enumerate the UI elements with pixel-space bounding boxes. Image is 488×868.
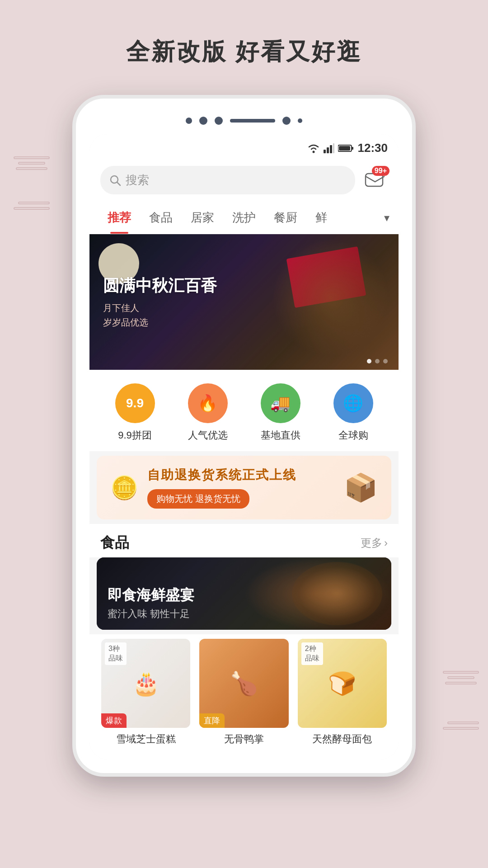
more-label: 更多 (361, 536, 382, 550)
product-grid: 🎂 3种品味 爆款 雪域芝士蛋糕 🍗 直降 (89, 634, 399, 760)
search-icon (109, 175, 121, 186)
product-image-1: 🎂 3种品味 爆款 (101, 639, 190, 728)
product-card-3[interactable]: 🍞 2种品味 天然酵母面包 (293, 634, 391, 750)
message-badge-button[interactable]: 99+ (362, 168, 388, 193)
fire-icon: 🔥 (197, 394, 218, 413)
signal-icon (324, 143, 334, 153)
status-icons: 12:30 (307, 141, 388, 155)
product-name-3: 天然酵母面包 (298, 732, 387, 746)
pingtuan-label: 9.9 (126, 396, 144, 410)
promo-banner[interactable]: 🪙 自助退换货系统正式上线 购物无忧 退换货无忧 📦 (97, 456, 391, 519)
sensor-dot-5 (298, 118, 302, 123)
feature-popular[interactable]: 🔥 人气优选 (188, 383, 228, 442)
feature-group[interactable]: 9.9 9.9拼团 (115, 383, 155, 442)
phone-sensors (89, 112, 399, 134)
svg-rect-3 (330, 145, 332, 153)
phone-screen: 12:30 搜索 99+ 推荐 食品 (89, 134, 399, 760)
product-tag-1: 3种品味 (105, 642, 127, 665)
promo-title: 自助退换货系统正式上线 (147, 467, 335, 484)
product-name-2: 无骨鸭掌 (199, 732, 288, 746)
nav-tabs: 推荐 食品 居家 洗护 餐厨 鲜 ▾ (89, 202, 399, 234)
food-banner-text: 即食海鲜盛宴 蜜汁入味 韧性十足 (108, 585, 194, 621)
globe-icon: 🌐 (343, 394, 363, 413)
svg-rect-4 (333, 143, 334, 153)
search-box[interactable]: 搜索 (100, 166, 355, 194)
feature-icon-global: 🌐 (333, 383, 373, 423)
product-image-2: 🍗 直降 (199, 639, 288, 728)
product-badge-2: 直降 (199, 713, 225, 728)
status-time: 12:30 (358, 141, 388, 155)
tab-food[interactable]: 食品 (140, 202, 182, 234)
feature-icon-supply: 🚚 (261, 383, 300, 423)
search-bar-container: 搜索 99+ (89, 159, 399, 202)
chevron-down-icon: ▾ (384, 212, 389, 224)
product-image-3: 🍞 2种品味 (298, 639, 387, 728)
sensor-dot-2 (199, 117, 207, 125)
feature-global[interactable]: 🌐 全球购 (333, 383, 373, 442)
indicator-2 (375, 359, 380, 363)
banner-main-text: 圆满中秋汇百香 (103, 274, 217, 297)
food-section-header: 食品 更多 › (89, 524, 399, 557)
food-banner-title: 即食海鲜盛宴 (108, 585, 194, 605)
banner-indicators (367, 359, 388, 363)
svg-line-9 (117, 182, 120, 185)
search-placeholder: 搜索 (126, 172, 149, 188)
product-card-1[interactable]: 🎂 3种品味 爆款 雪域芝士蛋糕 (97, 634, 195, 750)
indicator-1 (367, 359, 371, 363)
sensor-dot-1 (186, 118, 192, 124)
truck-icon: 🚚 (270, 394, 291, 413)
tab-fresh[interactable]: 鲜 (306, 202, 336, 234)
tab-care[interactable]: 洗护 (223, 202, 265, 234)
tab-recommend[interactable]: 推荐 (99, 202, 140, 234)
svg-rect-2 (327, 147, 329, 153)
feature-label-supply: 基地直供 (261, 429, 300, 442)
food-banner-wide[interactable]: 即食海鲜盛宴 蜜汁入味 韧性十足 (97, 557, 391, 630)
food-banner-subtitle: 蜜汁入味 韧性十足 (108, 607, 194, 621)
feature-icon-pingtuan: 9.9 (115, 383, 155, 423)
hero-banner[interactable]: 圆满中秋汇百香 月下佳人 岁岁品优选 (89, 234, 399, 370)
coins-icon: 🪙 (110, 475, 138, 501)
phone-frame: 12:30 搜索 99+ 推荐 食品 (72, 95, 416, 777)
sensor-speaker (230, 119, 275, 123)
tab-home[interactable]: 居家 (182, 202, 223, 234)
product-badge-1: 爆款 (101, 713, 127, 728)
chevron-right-icon: › (384, 537, 388, 549)
product-tag-3: 2种品味 (301, 642, 323, 665)
battery-icon (338, 144, 354, 153)
product-name-1: 雪域芝士蛋糕 (101, 732, 190, 746)
promo-text-block: 自助退换货系统正式上线 购物无忧 退换货无忧 (147, 467, 335, 509)
tab-kitchen[interactable]: 餐厨 (265, 202, 306, 234)
feature-supply[interactable]: 🚚 基地直供 (261, 383, 300, 442)
package-icon: 📦 (344, 472, 378, 504)
food-section-title: 食品 (100, 533, 129, 553)
feature-label-pingtuan: 9.9拼团 (118, 429, 152, 442)
feature-label-popular: 人气优选 (188, 429, 228, 442)
svg-rect-1 (324, 150, 326, 153)
indicator-3 (383, 359, 388, 363)
feature-icon-popular: 🔥 (188, 383, 228, 423)
feature-row: 9.9 9.9拼团 🔥 人气优选 🚚 基地直供 🌐 全球购 (89, 370, 399, 451)
product-card-2[interactable]: 🍗 直降 无骨鸭掌 (195, 634, 293, 750)
message-badge-count: 99+ (372, 166, 389, 176)
svg-point-0 (312, 151, 314, 153)
nav-more-button[interactable]: ▾ (384, 212, 389, 224)
svg-rect-6 (352, 147, 353, 150)
page-title: 全新改版 好看又好逛 (0, 0, 488, 95)
svg-rect-7 (339, 146, 350, 151)
sensor-dot-3 (215, 117, 223, 125)
banner-sub-text: 月下佳人 岁岁品优选 (103, 301, 217, 330)
feature-label-global: 全球购 (338, 429, 368, 442)
food-section-more[interactable]: 更多 › (361, 536, 388, 550)
promo-subtitle: 购物无忧 退换货无忧 (147, 489, 249, 509)
wifi-icon (307, 143, 320, 153)
sensor-dot-4 (282, 117, 291, 125)
status-bar: 12:30 (89, 134, 399, 159)
